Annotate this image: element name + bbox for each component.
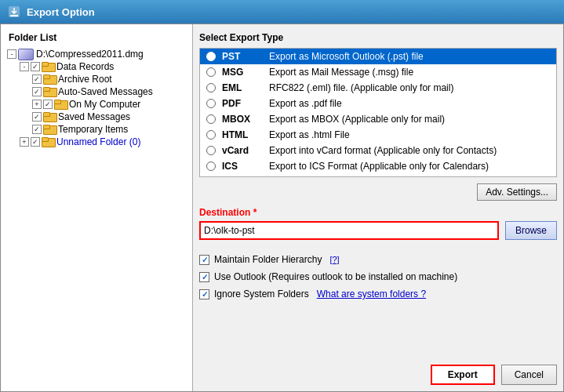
checkbox-maintain-hierarchy[interactable] xyxy=(199,255,209,265)
export-row-eml[interactable]: EML RFC822 (.eml) file. (Applicable only… xyxy=(200,80,556,96)
folder-icon-archive-root xyxy=(43,74,56,85)
export-row-ics[interactable]: ICS Export to ICS Format (Applicable onl… xyxy=(200,158,556,174)
tree-item-on-my-computer[interactable]: + On My Computer xyxy=(32,98,189,111)
main-content: Folder List - D:\Compressed2011.dmg - Da… xyxy=(0,24,564,392)
destination-label-text: Destination xyxy=(199,207,250,218)
destination-required-star: * xyxy=(253,207,257,218)
destination-row: Browse xyxy=(199,221,557,240)
export-desc-html: Export as .html File xyxy=(269,129,350,140)
title-bar-text: Export Option xyxy=(27,6,95,18)
title-bar: Export Option xyxy=(0,0,564,24)
export-name-pdf: PDF xyxy=(222,98,269,109)
folder-icon-saved-messages xyxy=(43,112,56,122)
export-desc-pdf: Export as .pdf file xyxy=(269,98,342,109)
ignore-system-help[interactable]: What are system folders ? xyxy=(317,289,426,299)
folder-icon-data-records xyxy=(42,62,54,72)
checkbox-archive-root[interactable] xyxy=(32,74,42,84)
checkbox-auto-saved[interactable] xyxy=(32,87,42,96)
expander-on-my-computer[interactable]: + xyxy=(32,100,42,109)
expander-unnamed-folder[interactable]: + xyxy=(20,137,29,147)
checkbox-unnamed-folder[interactable] xyxy=(31,137,40,147)
folder-icon-unnamed-folder xyxy=(42,137,54,147)
radio-vcard[interactable] xyxy=(206,146,216,155)
export-name-mbox: MBOX xyxy=(222,114,269,125)
destination-label: Destination * xyxy=(199,207,557,218)
cancel-button[interactable]: Cancel xyxy=(501,365,557,385)
export-type-list[interactable]: PST Export as Microsoft Outlook (.pst) f… xyxy=(199,48,557,177)
right-panel-header: Select Export Type xyxy=(199,31,557,48)
export-row-vcard[interactable]: vCard Export into vCard format (Applicab… xyxy=(200,143,556,158)
options-section: Maintain Folder Hierarchy [?] Use Outloo… xyxy=(199,254,557,306)
export-name-vcard: vCard xyxy=(222,145,269,156)
data-records-label: Data Records xyxy=(56,61,114,72)
tree-item-temporary-items[interactable]: Temporary Items xyxy=(32,123,189,136)
radio-html[interactable] xyxy=(206,130,216,140)
tree-item-auto-saved[interactable]: Auto-Saved Messages xyxy=(32,85,189,98)
option-row-use-outlook: Use Outlook (Requires outlook to be inst… xyxy=(199,271,557,282)
tree-item-data-records[interactable]: - Data Records xyxy=(20,60,189,73)
export-name-msg: MSG xyxy=(222,67,269,78)
checkbox-ignore-system[interactable] xyxy=(199,289,209,299)
tree-item-saved-messages[interactable]: Saved Messages xyxy=(32,111,189,123)
dmg-label: D:\Compressed2011.dmg xyxy=(36,49,144,60)
folder-list-header: Folder List xyxy=(4,31,189,48)
tree-item-dmg-root[interactable]: - D:\Compressed2011.dmg xyxy=(7,48,189,60)
radio-eml[interactable] xyxy=(206,83,216,93)
folder-list-panel: Folder List - D:\Compressed2011.dmg - Da… xyxy=(1,24,193,391)
export-name-pst: PST xyxy=(222,51,269,62)
adv-settings-button[interactable]: Adv. Settings... xyxy=(477,183,557,201)
temporary-items-label: Temporary Items xyxy=(58,124,128,135)
destination-section: Destination * Browse xyxy=(199,207,557,240)
export-name-eml: EML xyxy=(222,82,269,93)
radio-pst[interactable] xyxy=(206,52,216,61)
export-row-pst[interactable]: PST Export as Microsoft Outlook (.pst) f… xyxy=(200,49,556,64)
on-my-computer-label: On My Computer xyxy=(69,99,140,110)
archive-root-label: Archive Root xyxy=(58,74,112,85)
radio-mbox[interactable] xyxy=(206,114,216,124)
export-desc-pst: Export as Microsoft Outlook (.pst) file xyxy=(269,51,424,62)
checkbox-use-outlook[interactable] xyxy=(199,272,209,282)
maintain-hierarchy-label: Maintain Folder Hierarchy xyxy=(214,254,322,265)
radio-pdf[interactable] xyxy=(206,99,216,108)
export-desc-mbox: Export as MBOX (Applicable only for mail… xyxy=(269,114,445,125)
export-name-ics: ICS xyxy=(222,161,269,172)
folder-icon-on-my-computer xyxy=(54,100,67,110)
unnamed-folder-label: Unnamed Folder (0) xyxy=(56,136,140,147)
export-row-msg[interactable]: MSG Export as Mail Message (.msg) file xyxy=(200,64,556,80)
export-desc-msg: Export as Mail Message (.msg) file xyxy=(269,67,413,78)
radio-ics[interactable] xyxy=(206,162,216,171)
bottom-bar: Export Cancel xyxy=(199,358,557,385)
auto-saved-label: Auto-Saved Messages xyxy=(58,86,153,97)
export-row-html[interactable]: HTML Export as .html File xyxy=(200,127,556,143)
tree-item-archive-root[interactable]: Archive Root xyxy=(32,73,189,85)
expander-data-records[interactable]: - xyxy=(20,62,29,71)
checkbox-on-my-computer[interactable] xyxy=(43,100,53,109)
export-desc-vcard: Export into vCard format (Applicable onl… xyxy=(269,145,497,156)
radio-msg[interactable] xyxy=(206,67,216,77)
option-row-ignore-system: Ignore System Folders What are system fo… xyxy=(199,289,557,299)
destination-input[interactable] xyxy=(199,221,499,240)
right-panel: Select Export Type PST Export as Microso… xyxy=(193,24,563,391)
ignore-system-label: Ignore System Folders xyxy=(214,289,309,299)
folder-icon-temporary-items xyxy=(43,125,56,135)
export-name-html: HTML xyxy=(222,129,269,140)
svg-rect-1 xyxy=(10,15,18,16)
option-row-maintain-hierarchy: Maintain Folder Hierarchy [?] xyxy=(199,254,557,265)
saved-messages-label: Saved Messages xyxy=(58,111,130,122)
export-row-pdf[interactable]: PDF Export as .pdf file xyxy=(200,96,556,111)
dmg-icon xyxy=(18,49,34,60)
adv-settings-row: Adv. Settings... xyxy=(199,183,557,201)
checkbox-data-records[interactable] xyxy=(31,62,40,71)
export-button[interactable]: Export xyxy=(431,365,495,385)
export-desc-eml: RFC822 (.eml) file. (Applicable only for… xyxy=(269,82,453,93)
use-outlook-label: Use Outlook (Requires outlook to be inst… xyxy=(214,271,457,282)
export-icon xyxy=(8,5,20,18)
export-row-mbox[interactable]: MBOX Export as MBOX (Applicable only for… xyxy=(200,111,556,127)
checkbox-temporary-items[interactable] xyxy=(32,125,42,134)
browse-button[interactable]: Browse xyxy=(505,221,557,240)
checkbox-saved-messages[interactable] xyxy=(32,112,42,122)
tree-item-unnamed-folder[interactable]: + Unnamed Folder (0) xyxy=(20,136,189,148)
maintain-hierarchy-help[interactable]: [?] xyxy=(329,255,339,264)
export-desc-ics: Export to ICS Format (Applicable only fo… xyxy=(269,161,489,172)
expander-dmg[interactable]: - xyxy=(7,49,16,59)
